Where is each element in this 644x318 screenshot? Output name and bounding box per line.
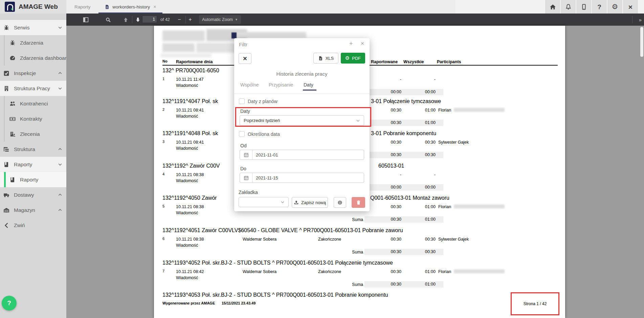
tab-workorders-history[interactable]: workorders-history × xyxy=(98,0,162,14)
daty-z-planow-checkbox[interactable] xyxy=(239,98,245,104)
suma-band: 00:3001:00 xyxy=(364,281,443,288)
contracts-icon xyxy=(9,116,16,122)
sidebar-item-struktura[interactable]: Struktura xyxy=(0,142,66,157)
sidebar-item-raporty[interactable]: Raporty xyxy=(0,172,66,187)
save-bookmark-button[interactable]: Zapisz nową xyxy=(292,197,328,208)
sidebar-item-magazyn[interactable]: Magazyn xyxy=(0,202,66,218)
row-message-label: Wiadomość xyxy=(176,275,198,280)
tab-wspolne[interactable]: Wspólne xyxy=(240,82,259,88)
mobile-button[interactable] xyxy=(576,0,591,14)
sidebar-item-inspekcje[interactable]: Inspekcje xyxy=(0,66,66,81)
sidebar-item-dostawy[interactable]: Dostawy xyxy=(0,187,66,202)
page-number-input[interactable] xyxy=(142,16,157,23)
export-xls-button[interactable]: XLS xyxy=(313,53,338,64)
row-reported-time: 00:30 xyxy=(368,237,401,242)
home-icon xyxy=(550,4,556,10)
row-title: 132^1192^4051 Zawór C00VLV$60540 - GLOBE… xyxy=(162,227,403,234)
row-all-time: 01:00 xyxy=(402,269,436,274)
column-header-all: Wszystkie xyxy=(403,59,424,64)
close-button[interactable]: × xyxy=(623,0,638,14)
suma-band: 00:0000:00 xyxy=(364,184,443,191)
sidebar-item-zlecenia[interactable]: Zlecenia xyxy=(0,126,66,142)
sidebar-item-kontrakty[interactable]: Kontrakty xyxy=(0,111,66,126)
zoom-out-button[interactable]: − xyxy=(176,14,183,26)
tab-przypisanie[interactable]: Przypisanie xyxy=(269,82,293,88)
sidebar-item-kontrahenci[interactable]: Kontrahenci xyxy=(0,96,66,111)
row-status: Zakończone xyxy=(318,237,341,242)
daty-select[interactable]: Poprzedni tydzień xyxy=(240,115,364,126)
sidebar-item-zwi[interactable]: Zwiń xyxy=(0,218,66,233)
export-pdf-button[interactable]: ⚙ PDF xyxy=(341,53,365,64)
row-participant: Sylwester Gajek xyxy=(438,140,469,145)
notifications-button[interactable] xyxy=(561,0,576,14)
daty-z-planow-label: Daty z planów xyxy=(248,99,277,104)
suma-all-time: 00:00 xyxy=(402,185,436,190)
do-date-input[interactable]: 2021-11-15 xyxy=(240,173,364,183)
tab-daty[interactable]: Daty xyxy=(304,82,313,88)
bookmark-info-button[interactable] xyxy=(334,197,346,208)
sidebar-item-label: Zlecenia xyxy=(20,131,40,137)
help-button[interactable]: ? xyxy=(592,0,607,14)
od-date-input[interactable]: 2021-11-01 xyxy=(240,150,364,160)
row-message-label: Wiadomość xyxy=(176,211,198,215)
chevron-down-icon xyxy=(58,86,63,91)
sidebar-item-label: Zdarzenia dashboard xyxy=(20,55,70,61)
row-all-time: - xyxy=(402,77,436,82)
suma-reported-time: 00:30 xyxy=(368,217,401,222)
redacted-brand-fragment xyxy=(231,32,237,39)
file-icon xyxy=(318,56,323,61)
row-number: 6 xyxy=(162,237,164,241)
home-button[interactable] xyxy=(545,0,560,14)
chevron-up-icon xyxy=(58,207,63,213)
structure-icon xyxy=(3,146,9,152)
suma-all-time: 01:00 xyxy=(402,282,436,287)
sidebar-item-label: Magazyn xyxy=(14,207,35,213)
workorder-row: 132^1193^4052 Poł. skr.BJ-2 - STUD BOLTS… xyxy=(154,261,565,292)
reports-icon xyxy=(3,162,9,168)
viewer-scrollbar-thumb[interactable] xyxy=(640,27,643,57)
sidebar-item-zdarzenia-dashboard[interactable]: Zdarzenia dashboard xyxy=(0,50,66,66)
redacted-name-block xyxy=(454,108,505,112)
tab-close-icon[interactable]: × xyxy=(153,4,156,9)
workorder-row: 132^1192^4051 Zawór C00VLV$60540 - GLOBE… xyxy=(154,229,565,260)
column-header-participants: Participants xyxy=(437,59,461,64)
zakladka-select[interactable] xyxy=(239,197,289,207)
bug-icon xyxy=(3,25,9,31)
zoom-in-button[interactable]: + xyxy=(187,14,194,26)
chevron-down-icon xyxy=(356,118,360,123)
row-all-time: 00:30 xyxy=(402,140,436,145)
suma-band: 00:3001:00 xyxy=(364,120,443,126)
row-number: 3 xyxy=(162,140,164,144)
modal-close-button[interactable]: ✕ xyxy=(239,53,251,64)
modal-heading: Historia zlecenia pracy xyxy=(234,71,370,77)
previous-page-icon[interactable] xyxy=(121,14,130,26)
row-message-label: Wiadomość xyxy=(176,243,198,248)
help-fab-button[interactable]: ? xyxy=(2,296,17,311)
sidebar-item-struktura-pracy[interactable]: Struktura Pracy xyxy=(0,81,66,96)
sidebar-item-label: Zwiń xyxy=(14,222,25,228)
delete-bookmark-button[interactable] xyxy=(352,197,365,208)
sidebar-item-raporty[interactable]: Raporty xyxy=(0,157,66,172)
sidebar-item-zdarzenia[interactable]: Zdarzenia xyxy=(0,35,66,50)
add-icon[interactable]: + xyxy=(349,40,353,47)
row-number: 1 xyxy=(162,77,164,81)
toolbar-expand-button[interactable]: » xyxy=(635,14,644,26)
trash-icon xyxy=(356,200,361,205)
search-icon[interactable] xyxy=(104,14,112,26)
tab-raporty[interactable]: Raporty xyxy=(66,0,98,14)
sidebar-item-serwis[interactable]: Serwis xyxy=(0,20,66,35)
inspections-icon xyxy=(3,70,9,76)
sidebar-toggle-icon[interactable] xyxy=(81,14,90,26)
settings-button[interactable]: ⚙ xyxy=(607,0,622,14)
next-page-icon[interactable] xyxy=(133,14,142,26)
upload-icon xyxy=(294,200,299,205)
suma-reported-time: 00:00 xyxy=(368,185,401,190)
report-footer-text: Wygenerowane przez AMAGE xyxy=(162,301,215,305)
row-date: 10.11.21 08:38 xyxy=(176,204,204,209)
notifications-icon xyxy=(565,4,572,10)
okreslona-data-checkbox[interactable] xyxy=(239,131,245,137)
close-icon[interactable]: × xyxy=(361,40,364,47)
row-title-continued: Q001-605013-01 Montaż zaworu xyxy=(370,195,449,201)
zoom-select[interactable]: Automatic Zoom ▼ xyxy=(199,15,241,24)
row-reported-time: 00:30 xyxy=(368,140,401,145)
